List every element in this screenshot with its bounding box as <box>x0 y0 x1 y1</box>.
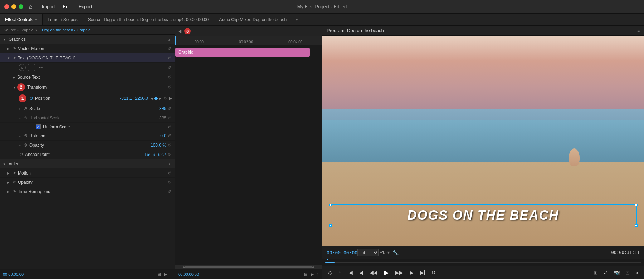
transport-loop[interactable]: ↺ <box>430 268 437 277</box>
effect-position[interactable]: 1 Position -311.1 2256.0 ◀ ▶ ▶ <box>0 93 175 104</box>
time-remap-toggle[interactable] <box>7 190 11 194</box>
rotation-value[interactable]: 0.0 <box>160 133 166 138</box>
transport-step-back[interactable]: ◀ <box>358 268 365 277</box>
uniform-scale-reset[interactable] <box>166 124 172 130</box>
hscale-reset[interactable] <box>166 115 172 121</box>
position-reset[interactable] <box>162 96 168 101</box>
minimize-button[interactable] <box>11 4 16 9</box>
opacity-stopwatch[interactable] <box>23 143 28 148</box>
position-x-value[interactable]: -311.1 <box>120 96 132 101</box>
timeline-play-icon[interactable]: ▶ <box>311 272 314 277</box>
effect-source-text[interactable]: Source Text <box>0 73 175 82</box>
quality-dropdown-arrow[interactable]: ▾ <box>387 250 390 255</box>
nav-edit[interactable]: Edit <box>60 3 74 11</box>
vector-motion-toggle[interactable] <box>7 46 11 50</box>
time-remap-eye[interactable] <box>11 189 17 195</box>
transform-toggle[interactable] <box>13 85 17 89</box>
scrollbar-thumb[interactable] <box>185 266 312 268</box>
motion-eye[interactable] <box>11 170 17 176</box>
section-video[interactable]: Video ▲ <box>0 159 175 168</box>
maximize-button[interactable] <box>19 4 23 9</box>
kf-diamond[interactable] <box>154 96 158 100</box>
preview-title-overlay[interactable]: DOGS ON THE BEACH <box>330 204 637 226</box>
opacity-video-reset[interactable] <box>166 180 172 185</box>
transport-mark-in[interactable]: ◇ <box>327 268 333 277</box>
export-icon[interactable]: ↑ <box>170 272 172 277</box>
tab-menu-icon[interactable]: ≡ <box>35 18 37 21</box>
timeline-nav-left[interactable]: ◀ <box>178 29 181 34</box>
timeline-export-icon[interactable]: ↑ <box>317 272 319 277</box>
anchor-y-value[interactable]: 92.7 <box>158 152 166 157</box>
timeline-content[interactable]: Graphic <box>175 45 322 265</box>
time-remap-reset[interactable] <box>166 189 172 195</box>
effect-scale[interactable]: Scale 385 <box>0 104 175 113</box>
transform-reset[interactable] <box>166 84 172 90</box>
vector-motion-eye[interactable] <box>11 46 17 52</box>
tab-effect-controls[interactable]: Effect Controls ≡ <box>0 14 43 25</box>
timeline-filter-icon[interactable]: ⊞ <box>304 272 308 277</box>
motion-reset[interactable] <box>166 170 172 176</box>
opacity-toggle[interactable] <box>19 143 23 147</box>
effect-anchor-point[interactable]: Anchor Point -166.9 92.7 <box>0 150 175 159</box>
transport-step-fwd[interactable]: ▶ <box>408 268 415 277</box>
effect-text-dogs[interactable]: Text (DOGS ON THE BEACH) <box>0 53 175 63</box>
video-toggle-icon[interactable] <box>3 162 7 166</box>
transport-insert[interactable]: ↙ <box>602 268 609 277</box>
tab-audio-clip-mixer[interactable]: Audio Clip Mixer: Dog on the beach <box>214 14 292 25</box>
position-stopwatch[interactable] <box>29 96 34 101</box>
scale-value[interactable]: 385 <box>159 106 166 111</box>
timeline-playhead[interactable] <box>175 36 176 45</box>
hscale-stopwatch[interactable] <box>23 116 28 121</box>
scale-stopwatch[interactable] <box>23 106 28 111</box>
nav-import[interactable]: Import <box>39 3 58 11</box>
scale-toggle[interactable] <box>19 107 23 111</box>
kf-prev-btn[interactable]: ◀ <box>150 96 154 101</box>
hscale-toggle[interactable] <box>19 116 23 120</box>
rotation-toggle[interactable] <box>19 134 23 138</box>
transport-camera[interactable]: 📷 <box>612 268 621 277</box>
transport-rewind[interactable]: ◀◀ <box>368 268 379 277</box>
source-text-toggle[interactable] <box>13 75 17 79</box>
rotation-stopwatch[interactable] <box>23 133 28 138</box>
effect-motion[interactable]: Motion <box>0 168 175 178</box>
opacity-video-eye[interactable] <box>11 180 17 185</box>
handle-tr[interactable] <box>635 204 638 206</box>
play-icon[interactable]: ▶ <box>164 272 167 277</box>
video-scroll-up[interactable]: ▲ <box>166 161 172 167</box>
uniform-scale-checkbox[interactable]: ✓ <box>36 124 41 129</box>
position-nav-arrow[interactable]: ▶ <box>169 96 172 101</box>
wrench-icon[interactable]: 🔧 <box>392 250 399 255</box>
transport-to-in[interactable]: |◀ <box>346 268 354 277</box>
graphic-clip[interactable]: Graphic <box>175 48 310 57</box>
motion-toggle[interactable] <box>7 171 11 175</box>
text-reset[interactable] <box>166 55 172 61</box>
transport-export-frame[interactable]: ⊡ <box>624 268 631 277</box>
tab-source[interactable]: Source: Dog on the beach: Dog on the bea… <box>83 14 214 25</box>
handle-br[interactable] <box>635 224 638 227</box>
home-button[interactable]: ⌂ <box>29 4 33 10</box>
vector-motion-reset[interactable] <box>166 46 172 52</box>
source-text-reset[interactable] <box>166 74 172 80</box>
anchor-x-value[interactable]: -166.9 <box>143 152 155 157</box>
prog-timeline-bar[interactable] <box>325 262 641 263</box>
text-toggle[interactable] <box>7 56 11 60</box>
program-menu-icon[interactable]: ≡ <box>637 28 640 33</box>
scale-reset[interactable] <box>166 106 172 112</box>
nav-export[interactable]: Export <box>76 3 95 11</box>
anchor-reset[interactable] <box>166 152 172 157</box>
effect-rotation[interactable]: Rotation 0.0 <box>0 131 175 141</box>
program-quality[interactable]: 1/2 <box>382 250 387 255</box>
transport-extract[interactable]: ↕ <box>337 268 342 277</box>
fit-dropdown[interactable]: Fit 25% 50% 75% 100% <box>357 249 379 256</box>
scroll-up-btn[interactable]: ▲ <box>166 36 172 42</box>
pen-tool[interactable]: ✏ <box>37 64 44 71</box>
anchor-stopwatch[interactable] <box>19 152 24 157</box>
kf-next-btn[interactable]: ▶ <box>158 96 162 101</box>
effect-opacity[interactable]: Opacity 100.0 % <box>0 141 175 150</box>
transport-more[interactable]: » <box>634 268 640 277</box>
effect-time-remapping[interactable]: Time Remapping <box>0 187 175 196</box>
program-timecode[interactable]: 00:00:00:00 <box>327 250 357 255</box>
hscale-value[interactable]: 385 <box>159 116 166 121</box>
transport-add-to-timeline[interactable]: ⊞ <box>592 268 599 277</box>
shape-reset[interactable] <box>166 65 172 70</box>
